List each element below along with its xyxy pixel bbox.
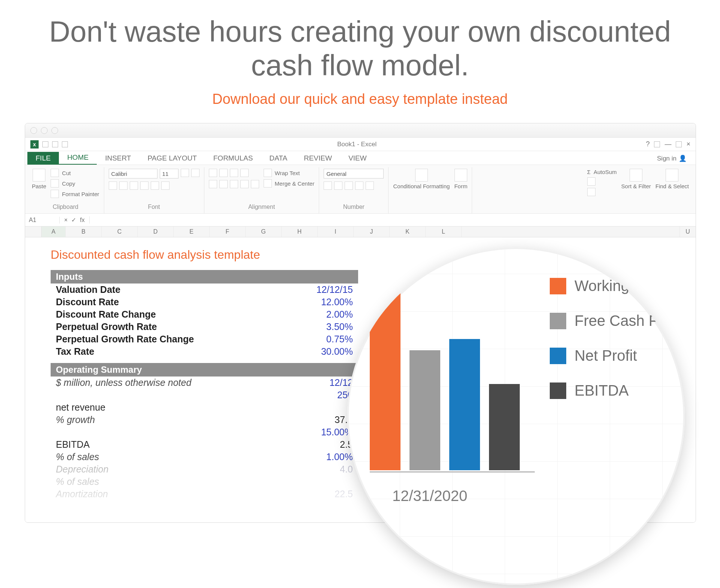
orientation-icon[interactable] [240, 169, 249, 177]
col-U[interactable]: U [680, 226, 696, 237]
col-I[interactable]: I [318, 226, 354, 237]
cancel-formula-icon[interactable]: × [64, 217, 68, 224]
underline-icon[interactable] [130, 182, 138, 190]
decrease-font-icon[interactable] [191, 169, 200, 177]
indent-increase-icon[interactable] [251, 180, 259, 188]
group-label-editing [587, 209, 689, 213]
select-all-corner[interactable] [25, 226, 42, 237]
format-painter-icon [51, 190, 59, 198]
window-restore-icon[interactable] [676, 141, 682, 147]
row-growth-pct: 15.00% [51, 426, 358, 438]
cut-button[interactable]: Cut [51, 169, 99, 177]
sort-filter-icon [630, 169, 642, 182]
percent-icon[interactable] [334, 182, 342, 190]
col-J[interactable]: J [354, 226, 390, 237]
format-table-button[interactable]: Form [454, 169, 467, 189]
copy-button[interactable]: Copy [51, 179, 99, 188]
redo-icon[interactable] [62, 141, 68, 147]
tab-home[interactable]: HOME [59, 151, 97, 165]
fill-icon [587, 177, 596, 186]
row-pct-sales-1: % of sales1.00% [51, 451, 358, 463]
name-box[interactable]: A1 [25, 217, 60, 224]
tab-insert[interactable]: INSERT [97, 152, 139, 165]
undo-icon[interactable] [52, 141, 58, 147]
fill-button[interactable] [587, 177, 617, 186]
ribbon-tabs: FILE HOME INSERT PAGE LAYOUT FORMULAS DA… [25, 151, 696, 165]
indent-decrease-icon[interactable] [240, 180, 249, 188]
border-icon[interactable] [140, 182, 148, 190]
hero-subhead[interactable]: Download our quick and easy template ins… [45, 91, 675, 107]
format-painter-button[interactable]: Format Painter [51, 190, 99, 198]
fill-color-icon[interactable] [151, 182, 159, 190]
merge-center-button[interactable]: Merge & Center [264, 179, 315, 188]
traffic-light-close[interactable] [30, 127, 37, 134]
conditional-formatting-button[interactable]: Conditional Formatting [393, 169, 450, 189]
increase-font-icon[interactable] [181, 169, 189, 177]
sort-filter-button[interactable]: Sort & Filter [621, 169, 651, 189]
align-bottom-icon[interactable] [230, 169, 238, 177]
comma-icon[interactable] [345, 182, 353, 190]
align-middle-icon[interactable] [219, 169, 228, 177]
autosum-button[interactable]: ΣAutoSum [587, 169, 617, 175]
sign-in-link[interactable]: Sign in 👤 [650, 152, 693, 165]
font-size-select[interactable] [160, 169, 178, 178]
tab-file[interactable]: FILE [27, 152, 59, 165]
currency-icon[interactable] [324, 182, 332, 190]
clear-button[interactable] [587, 188, 617, 196]
ribbon-group-editing: ΣAutoSum Sort & Filter Find & Select [583, 167, 693, 213]
col-L[interactable]: L [426, 226, 462, 237]
row-ops-note: $ million, unless otherwise noted12/12 [51, 376, 358, 389]
row-perpetual-growth-change: Perpetual Growth Rate Change0.75% [51, 333, 358, 345]
italic-icon[interactable] [119, 182, 128, 190]
group-label-styles [393, 209, 467, 213]
group-label-number: Number [324, 202, 384, 213]
row-pct-sales-2: % of sales [51, 476, 358, 488]
align-center-icon[interactable] [219, 180, 228, 188]
paste-button[interactable]: Paste [32, 169, 46, 189]
wrap-text-button[interactable]: Wrap Text [264, 169, 315, 177]
enter-formula-icon[interactable]: ✓ [71, 216, 76, 224]
col-E[interactable]: E [174, 226, 210, 237]
stage: x Book1 - Excel ? — × FILE HOME INSERT P… [25, 123, 695, 566]
font-color-icon[interactable] [161, 182, 170, 190]
col-F[interactable]: F [210, 226, 246, 237]
col-C[interactable]: C [102, 226, 138, 237]
number-format-select[interactable] [324, 169, 384, 178]
hero: Don't waste hours creating your own disc… [0, 0, 720, 111]
align-top-icon[interactable] [209, 169, 217, 177]
col-G[interactable]: G [246, 226, 282, 237]
tab-data[interactable]: DATA [261, 152, 296, 165]
swatch-blue-icon [550, 348, 566, 364]
bar-free-cash-flow [410, 350, 440, 470]
mac-titlebar [25, 123, 696, 138]
ribbon-group-number: Number [319, 167, 388, 213]
group-label-clipboard: Clipboard [32, 202, 99, 213]
find-select-button[interactable]: Find & Select [656, 169, 689, 189]
col-D[interactable]: D [138, 226, 174, 237]
col-B[interactable]: B [66, 226, 102, 237]
tab-formulas[interactable]: FORMULAS [205, 152, 261, 165]
col-K[interactable]: K [390, 226, 426, 237]
col-H[interactable]: H [282, 226, 318, 237]
window-minimize-icon[interactable]: — [664, 140, 671, 148]
save-icon[interactable] [42, 141, 48, 147]
help-icon[interactable]: ? [646, 140, 650, 148]
align-right-icon[interactable] [230, 180, 238, 188]
fx-icon[interactable]: fx [80, 217, 84, 224]
tab-page-layout[interactable]: PAGE LAYOUT [139, 152, 205, 165]
col-A[interactable]: A [42, 226, 66, 237]
increase-decimal-icon[interactable] [355, 182, 363, 190]
tab-view[interactable]: VIEW [340, 152, 375, 165]
traffic-light-min[interactable] [41, 127, 48, 134]
decrease-decimal-icon[interactable] [366, 182, 374, 190]
group-label-font: Font [109, 202, 200, 213]
tab-review[interactable]: REVIEW [296, 152, 340, 165]
ribbon-group-alignment: Wrap Text Merge & Center Alignment [204, 167, 320, 213]
font-name-select[interactable] [109, 169, 158, 178]
bold-icon[interactable] [109, 182, 117, 190]
row-discount-rate-change: Discount Rate Change2.00% [51, 308, 358, 321]
ribbon-options-icon[interactable] [654, 141, 660, 147]
window-close-icon[interactable]: × [686, 140, 690, 148]
align-left-icon[interactable] [209, 180, 217, 188]
traffic-light-max[interactable] [51, 127, 58, 134]
